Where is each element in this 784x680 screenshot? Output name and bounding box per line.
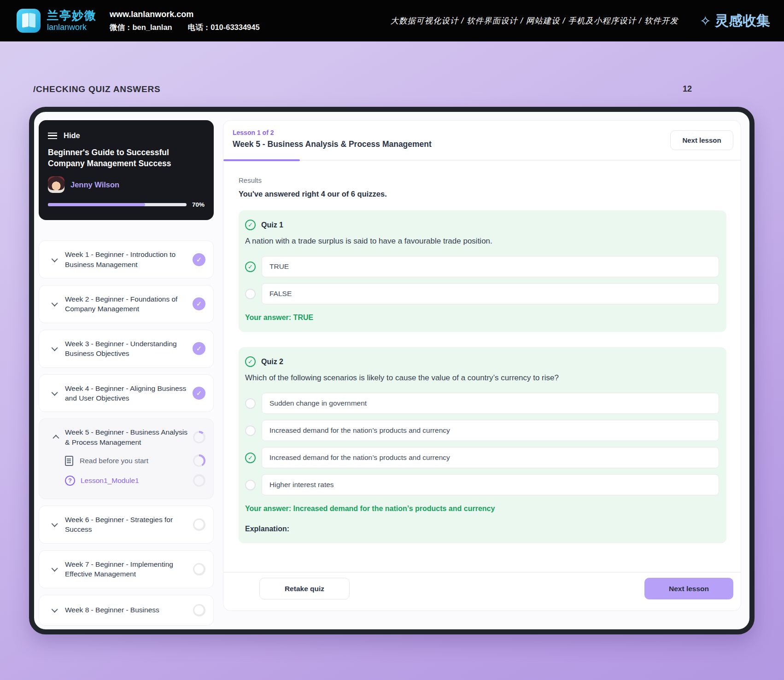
week-label: Week 2 - Beginner - Foundations of Compa… <box>65 294 192 314</box>
completed-check-icon: ✓ <box>193 297 205 310</box>
quiz2-card: ✓ Quiz 2 Which of the following scenario… <box>239 347 726 543</box>
explanation-label: Explanation: <box>245 525 719 533</box>
course-progress-bar <box>48 203 187 206</box>
chevron-down-icon[interactable] <box>52 606 58 613</box>
chevron-down-icon[interactable] <box>52 389 58 395</box>
subitem-label: Lesson1_Module1 <box>81 477 192 485</box>
lesson-content-panel: Lesson 1 of 2 Week 5 - Business Analysis… <box>223 120 741 611</box>
sidebar-item-week6[interactable]: Week 6 - Beginner - Strategies for Succe… <box>39 506 214 544</box>
lesson-title: Week 5 - Business Analysis & Process Man… <box>233 139 741 149</box>
lesson-header: Lesson 1 of 2 Week 5 - Business Analysis… <box>223 121 741 161</box>
brand-chinese-name: 兰亭妙微 <box>47 9 97 22</box>
week-list: Week 1 - Beginner - Introduction to Busi… <box>39 240 214 625</box>
sidebar-item-week4[interactable]: Week 4 - Beginner - Aligning Business an… <box>39 374 214 413</box>
week-label: Week 8 - Beginner - Business <box>65 605 192 615</box>
radio-icon <box>245 425 256 436</box>
completed-check-icon: ✓ <box>193 387 205 400</box>
results-label: Results <box>239 176 726 184</box>
inspiration-collect-logo: ✧ 灵感收集 <box>700 12 770 30</box>
services-list: 大数据可视化设计 / 软件界面设计 / 网站建设 / 手机及小程序设计 / 软件… <box>391 15 679 26</box>
quiz-label: Quiz 1 <box>261 221 283 229</box>
collect-logo-text: 灵感收集 <box>715 12 770 30</box>
chevron-down-icon[interactable] <box>52 300 58 307</box>
quiz2-option-1[interactable]: Sudden change in government <box>245 393 719 414</box>
sidebar-header: Hide Beginner's Guide to Successful Comp… <box>39 120 214 220</box>
hide-sidebar-button[interactable]: Hide <box>48 131 205 140</box>
radio-icon <box>245 398 256 409</box>
your-answer-text: Your answer: Increased demand for the na… <box>245 505 719 513</box>
chevron-down-icon[interactable] <box>52 256 58 262</box>
sidebar-item-week7[interactable]: Week 7 - Beginner - Implementing Effecti… <box>39 550 214 588</box>
course-title: Beginner's Guide to Successful Company M… <box>48 147 205 169</box>
quiz1-option-false[interactable]: FALSE <box>245 283 719 304</box>
progress-percent-label: 70% <box>192 201 205 208</box>
contact-block: www.lanlanwork.com 微信：ben_lanlan 电话：010-… <box>110 10 260 32</box>
sidebar-item-week2[interactable]: Week 2 - Beginner - Foundations of Compa… <box>39 285 214 323</box>
option-box[interactable]: FALSE <box>262 283 719 304</box>
progress-ring-icon <box>193 563 205 575</box>
quiz2-option-4[interactable]: Higher interest rates <box>245 474 719 495</box>
chevron-up-icon[interactable] <box>53 435 59 441</box>
progress-ring-icon <box>193 604 205 616</box>
quiz2-option-2[interactable]: Increased demand for the nation’s produc… <box>245 420 719 441</box>
device-frame: Hide Beginner's Guide to Successful Comp… <box>29 107 755 634</box>
radio-icon <box>245 480 256 490</box>
course-sidebar: Hide Beginner's Guide to Successful Comp… <box>39 120 214 629</box>
option-box[interactable]: Increased demand for the nation’s produc… <box>262 447 719 468</box>
progress-ring-icon <box>193 454 205 467</box>
website-url: www.lanlanwork.com <box>110 10 260 19</box>
instructor-name[interactable]: Jenny Wilson <box>70 180 119 189</box>
chevron-down-icon[interactable] <box>52 521 58 527</box>
option-box[interactable]: TRUE <box>262 256 719 277</box>
option-box[interactable]: Sudden change in government <box>262 393 719 414</box>
option-box[interactable]: Increased demand for the nation’s produc… <box>262 420 719 441</box>
sidebar-item-week8[interactable]: Week 8 - Beginner - Business <box>39 595 214 626</box>
chevron-down-icon[interactable] <box>52 345 58 351</box>
progress-ring-icon <box>193 474 205 487</box>
sidebar-item-week3[interactable]: Week 3 - Beginner - Understanding Busine… <box>39 330 214 368</box>
correct-check-icon: ✓ <box>245 453 256 463</box>
week-label: Week 4 - Beginner - Aligning Business an… <box>65 384 192 403</box>
completed-check-icon: ✓ <box>193 253 205 266</box>
avatar <box>48 176 64 193</box>
week-label: Week 3 - Beginner - Understanding Busine… <box>65 339 192 359</box>
active-tab-underline <box>223 159 300 161</box>
slide-title: /CHECKING QUIZ ANSWERS <box>33 84 161 94</box>
option-box[interactable]: Higher interest rates <box>262 474 719 495</box>
subitem-label: Read before you start <box>80 457 192 465</box>
question-icon: ? <box>65 476 75 486</box>
completed-check-icon: ✓ <box>193 342 205 355</box>
progress-ring-icon <box>193 431 205 443</box>
quiz1-option-true[interactable]: ✓ TRUE <box>245 256 719 277</box>
your-answer-text: Your answer: TRUE <box>245 314 719 322</box>
vendor-topbar: 兰亭妙微 lanlanwork www.lanlanwork.com 微信：be… <box>0 0 784 41</box>
progress-ring-icon <box>193 518 205 531</box>
next-lesson-button-bottom[interactable]: Next lesson <box>644 578 733 599</box>
week-label: Week 7 - Beginner - Implementing Effecti… <box>65 559 192 579</box>
sidebar-subitem-lesson1-module1[interactable]: ? Lesson1_Module1 <box>46 474 206 487</box>
week-label: Week 1 - Beginner - Introduction to Busi… <box>65 250 192 269</box>
hide-label: Hide <box>64 131 80 140</box>
results-body: Results You've answered right 4 our of 6… <box>223 161 741 543</box>
quiz-correct-check-icon: ✓ <box>245 356 256 367</box>
week-label: Week 6 - Beginner - Strategies for Succe… <box>65 515 192 535</box>
quiz-label: Quiz 2 <box>261 358 283 366</box>
radio-icon <box>245 289 256 299</box>
quiz-question: A nation with a trade surplus is said to… <box>245 237 719 246</box>
sidebar-item-week5: Week 5 - Beginner - Business Analysis & … <box>39 418 214 499</box>
lesson-footer: Retake quiz Next lesson <box>223 572 741 610</box>
sidebar-item-week1[interactable]: Week 1 - Beginner - Introduction to Busi… <box>39 240 214 279</box>
quiz-correct-check-icon: ✓ <box>245 220 256 230</box>
next-lesson-button-top[interactable]: Next lesson <box>670 130 733 150</box>
retake-quiz-button[interactable]: Retake quiz <box>259 578 350 599</box>
sidebar-subitem-read-before-you-start[interactable]: Read before you start <box>46 454 206 467</box>
brand-block: 兰亭妙微 lanlanwork <box>47 9 97 32</box>
page-number: 12 <box>683 84 692 94</box>
lanlanwork-logo-icon <box>17 9 41 33</box>
quiz2-option-3[interactable]: ✓ Increased demand for the nation’s prod… <box>245 447 719 468</box>
chevron-down-icon[interactable] <box>52 565 58 572</box>
brand-english-name: lanlanwork <box>47 23 97 32</box>
quiz-question: Which of the following scenarios is like… <box>245 373 719 383</box>
menu-icon <box>48 133 57 139</box>
week5-header[interactable]: Week 5 - Beginner - Business Analysis & … <box>46 427 206 447</box>
